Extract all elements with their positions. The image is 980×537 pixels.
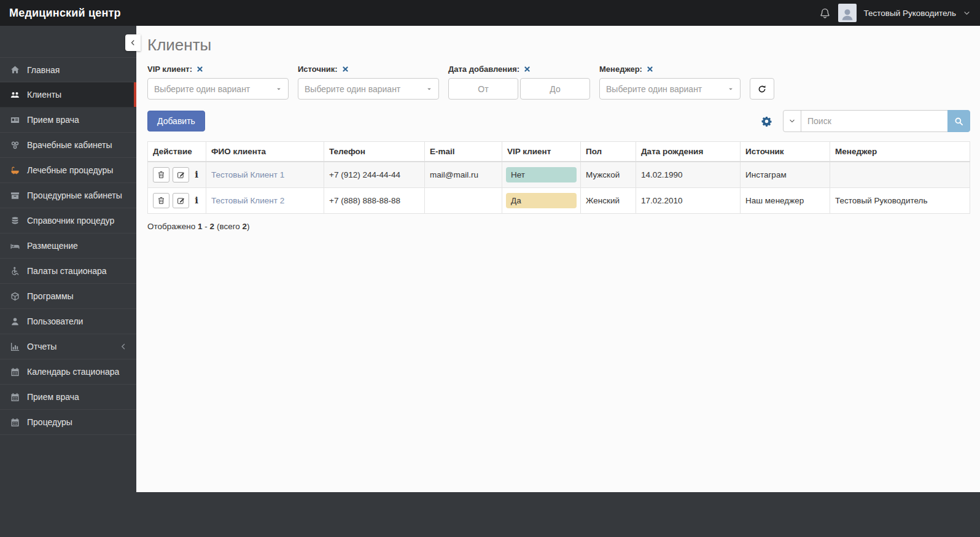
home-icon [9,65,20,74]
client-link[interactable]: Тестовый Клиент 1 [211,170,284,179]
search-options-button[interactable] [783,110,801,132]
column-header: E-mail [425,142,502,162]
column-header: Пол [581,142,636,162]
sidebar-item-label: Прием врача [27,392,79,402]
close-icon[interactable] [196,66,203,73]
search-button[interactable] [947,110,970,132]
chevron-down-icon [789,118,795,124]
refresh-button[interactable] [750,78,774,100]
id-card-icon [9,116,20,125]
close-icon[interactable] [524,66,531,73]
cell-manager: Тестовый Руководитель [830,188,970,214]
app-title: Медицинский центр [9,7,121,20]
sidebar-item[interactable]: Главная [0,57,136,82]
chart-icon [9,342,20,351]
close-icon[interactable] [647,66,653,73]
sidebar-item[interactable]: Клиенты [0,82,136,108]
bell-icon[interactable] [819,7,831,19]
sidebar-item-label: Программы [27,291,74,301]
sidebar-item-label: Процедуры [27,417,72,427]
sidebar-collapse-button[interactable] [125,34,141,51]
cell-manager [830,162,970,188]
user-icon [9,317,20,326]
sidebar-item[interactable]: Прием врача [0,108,136,133]
gear-icon[interactable] [761,116,772,127]
sidebar-item-label: Справочник процедур [27,216,114,225]
delete-button[interactable] [153,193,169,208]
sidebar-item[interactable]: Врачебные кабинеты [0,133,136,158]
sidebar-item[interactable]: Процедуры [0,410,136,435]
info-button[interactable]: i [192,167,201,182]
caret-down-icon [728,86,734,92]
filter-bar: VIP клиент: Выберите один вариант Источн… [147,64,970,100]
select-placeholder: Выберите один вариант [305,84,400,94]
sidebar-item-label: Отчеты [27,342,56,351]
vip-badge: Да [506,193,577,208]
sidebar-item[interactable]: Календарь стационара [0,359,136,385]
date-from-input[interactable] [448,78,518,100]
wheelchair-icon [9,267,20,276]
sidebar-item[interactable]: Лечебные процедуры [0,158,136,183]
sidebar-item-label: Процедурные кабинеты [27,190,122,200]
edit-icon [177,197,185,205]
column-header: Действие [148,142,206,162]
sidebar-item-label: Пользователи [27,316,83,326]
user-menu[interactable]: Тестовый Руководитель [819,4,970,22]
sidebar-item[interactable]: Отчеты [0,334,136,359]
sidebar-item[interactable]: Программы [0,284,136,309]
client-link[interactable]: Тестовый Клиент 2 [211,196,284,205]
trash-icon [157,197,165,205]
column-header: Дата рождения [636,142,741,162]
bed-icon [9,241,20,251]
sidebar-item[interactable]: Процедурные кабинеты [0,183,136,208]
sidebar-item[interactable]: Палаты стационара [0,259,136,284]
calendar-icon [9,393,20,402]
filter-select[interactable]: Выберите один вариант [599,78,741,100]
search-icon [954,117,963,126]
sidebar-menu: Главная Клиенты Прием врача Врачебные ка… [0,57,136,435]
results-summary: Отображено 1 - 2 (всего 2) [147,222,970,231]
edit-icon [177,171,185,179]
clients-table: ДействиеФИО клиентаТелефонE-mailVIP клие… [147,141,970,214]
users-icon [9,90,20,100]
chevron-left-icon [120,343,130,350]
filter-label: VIP клиент: [147,65,192,74]
cell-email: mail@mail.ru [425,162,502,188]
cell-gender: Мужской [581,162,636,188]
cell-email [425,188,502,214]
sidebar-item-label: Лечебные процедуры [27,165,113,175]
close-icon[interactable] [342,66,349,73]
chevron-down-icon[interactable] [963,10,970,17]
edit-button[interactable] [173,167,189,182]
filter-select[interactable]: Выберите один вариант [147,78,289,100]
edit-button[interactable] [173,193,189,208]
sidebar-item[interactable]: Прием врача [0,385,136,410]
search-input[interactable] [801,110,948,132]
trash-icon [157,171,165,179]
info-button[interactable]: i [192,193,201,208]
sidebar-item-label: Размещение [27,241,78,251]
sidebar-item-label: Главная [27,65,60,75]
caret-down-icon [276,86,282,92]
filter-group: Менеджер: Выберите один вариант [599,64,741,100]
cell-gender: Женский [581,188,636,214]
add-button[interactable]: Добавить [147,111,205,131]
cell-source: Наш менеджер [741,188,830,214]
sidebar-item[interactable]: Размещение [0,233,136,259]
filter-group: Источник: Выберите один вариант [298,64,439,100]
calendar-icon [9,367,20,377]
column-header: Менеджер [830,142,970,162]
sidebar-item-label: Палаты стационара [27,266,107,276]
date-to-input[interactable] [520,78,590,100]
sidebar-item[interactable]: Пользователи [0,309,136,334]
info-icon: i [195,170,198,179]
filter-select[interactable]: Выберите один вариант [298,78,439,100]
column-header: Телефон [324,142,425,162]
filter-groups: VIP клиент: Выберите один вариант Источн… [147,64,741,100]
sidebar-item-label: Прием врача [27,115,79,125]
delete-button[interactable] [153,167,169,182]
sidebar-item[interactable]: Справочник процедур [0,208,136,233]
filter-label: Менеджер: [599,65,642,74]
toolbar: Добавить [147,110,970,132]
avatar[interactable] [838,4,857,22]
